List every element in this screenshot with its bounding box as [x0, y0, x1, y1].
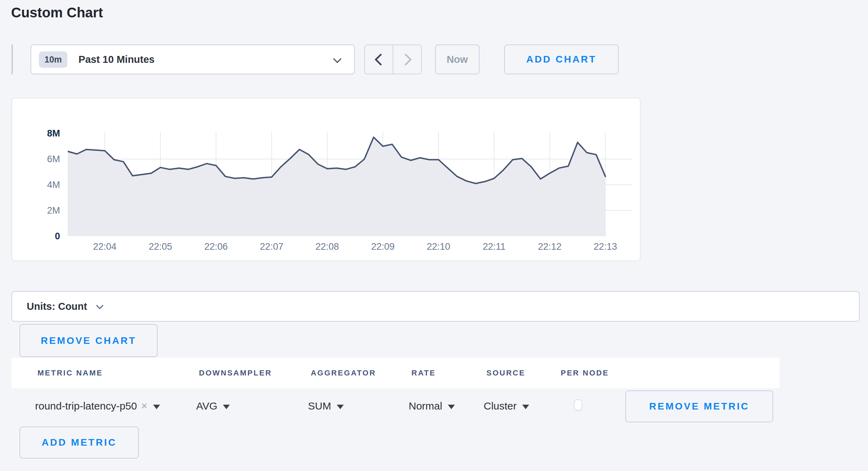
clear-metric-icon[interactable]: ×: [141, 400, 147, 412]
metric-row: round-trip-latency-p50 × AVG SUM Normal …: [11, 388, 779, 424]
chevron-right-icon: [399, 53, 411, 65]
x-tick-label: 22:06: [193, 241, 239, 252]
chevron-down-icon: [96, 302, 103, 309]
column-per-node: PER NODE: [561, 358, 609, 388]
x-tick-label: 22:04: [82, 241, 127, 252]
column-rate: RATE: [411, 358, 436, 388]
source-value: Cluster: [484, 400, 517, 412]
rate-value: Normal: [409, 400, 442, 412]
downsampler-select[interactable]: AVG: [196, 388, 230, 424]
x-tick-label: 22:09: [360, 241, 406, 252]
column-source: SOURCE: [486, 358, 525, 388]
per-node-checkbox[interactable]: [574, 399, 582, 411]
y-tick-label: 6M: [22, 154, 60, 165]
downsampler-value: AVG: [196, 400, 217, 412]
x-tick-label: 22:05: [138, 241, 183, 252]
time-forward-button[interactable]: [393, 44, 422, 74]
aggregator-select[interactable]: SUM: [308, 388, 344, 424]
remove-metric-button[interactable]: REMOVE METRIC: [625, 390, 773, 422]
chevron-down-icon: [333, 55, 341, 63]
source-select[interactable]: Cluster: [484, 388, 529, 424]
units-label: Units: Count: [27, 301, 87, 312]
time-back-button[interactable]: [364, 44, 393, 74]
timescale-label: Past 10 Minutes: [78, 54, 155, 65]
add-chart-button[interactable]: ADD CHART: [504, 44, 619, 74]
add-metric-button[interactable]: ADD METRIC: [19, 427, 139, 458]
dropdown-arrow-icon: [337, 405, 344, 409]
chart-card: 02M4M6M8M 22:0422:0522:0622:0722:0822:09…: [11, 98, 641, 261]
now-button[interactable]: Now: [435, 44, 479, 74]
x-tick-label: 22:07: [249, 241, 294, 252]
x-tick-label: 22:10: [416, 241, 461, 252]
page-title: Custom Chart: [11, 5, 103, 20]
x-tick-label: 22:08: [305, 241, 350, 252]
timescale-badge: 10m: [39, 51, 67, 68]
aggregator-value: SUM: [308, 400, 331, 412]
dropdown-arrow-icon: [448, 405, 455, 409]
timescale-dropdown[interactable]: 10m Past 10 Minutes: [31, 44, 355, 74]
x-tick-label: 22:12: [527, 241, 572, 252]
dropdown-arrow-icon: [223, 405, 230, 409]
y-tick-label: 0: [22, 231, 60, 242]
remove-chart-button[interactable]: REMOVE CHART: [19, 324, 158, 357]
dropdown-arrow-icon: [522, 405, 529, 409]
x-tick-label: 22:13: [583, 241, 628, 252]
rate-select[interactable]: Normal: [409, 388, 455, 424]
column-downsampler: DOWNSAMPLER: [199, 358, 272, 388]
metrics-table-header: METRIC NAME DOWNSAMPLER AGGREGATOR RATE …: [11, 358, 779, 388]
metric-name-value: round-trip-latency-p50: [35, 400, 137, 412]
units-dropdown[interactable]: Units: Count: [11, 291, 860, 322]
dropdown-arrow-icon: [153, 405, 160, 409]
metric-name-select[interactable]: round-trip-latency-p50 ×: [35, 388, 160, 424]
column-aggregator: AGGREGATOR: [311, 358, 376, 388]
x-tick-label: 22:11: [471, 241, 517, 252]
toolbar-divider: [11, 44, 13, 74]
column-metric-name: METRIC NAME: [37, 358, 103, 388]
timeseries-area-chart: [68, 129, 637, 236]
y-tick-label: 8M: [22, 128, 60, 139]
chevron-left-icon: [374, 53, 386, 65]
y-tick-label: 2M: [22, 205, 60, 216]
time-pager-group: [364, 44, 422, 74]
y-tick-label: 4M: [22, 179, 60, 190]
